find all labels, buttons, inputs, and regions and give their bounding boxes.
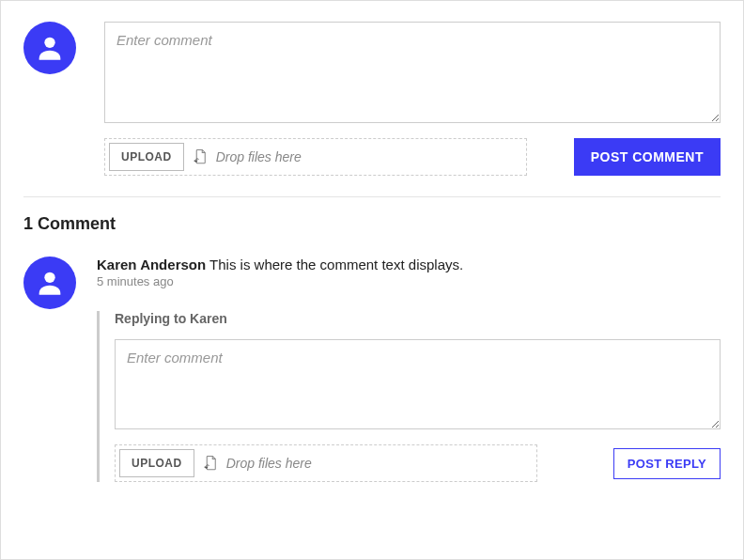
svg-point-0 [44,38,54,48]
comment-author: Karen Anderson [97,257,206,272]
upload-row: UPLOAD Drop files here POST COMMENT [104,138,721,176]
file-dropzone[interactable]: UPLOAD Drop files here [115,444,537,482]
file-drop-icon [192,148,209,165]
reply-block: Replying to Karen UPLOAD Drop files here [97,311,721,482]
comment-input[interactable] [104,22,721,123]
drop-hint: Drop files here [226,456,312,471]
new-comment-form: UPLOAD Drop files here POST COMMENT [104,22,721,176]
new-comment-row: UPLOAD Drop files here POST COMMENT [23,22,721,176]
user-icon [34,267,66,299]
post-comment-button[interactable]: POST COMMENT [574,138,721,176]
file-dropzone[interactable]: UPLOAD Drop files here [104,138,527,176]
comment-item: Karen Anderson This is where the comment… [23,257,721,482]
comment-timestamp: 5 minutes ago [97,274,721,288]
comment-text: This is where the comment text displays. [209,257,463,272]
divider [23,196,721,197]
comment-text-line: Karen Anderson This is where the comment… [97,257,721,272]
upload-button[interactable]: UPLOAD [109,143,184,171]
drop-hint: Drop files here [216,149,302,164]
post-reply-button[interactable]: POST REPLY [613,448,721,479]
comments-heading: 1 Comment [23,214,721,234]
upload-button[interactable]: UPLOAD [119,449,194,477]
comment-body: Karen Anderson This is where the comment… [97,257,721,482]
avatar [23,22,76,74]
avatar [23,257,76,309]
reply-upload-row: UPLOAD Drop files here POST REPLY [115,444,721,482]
user-icon [34,32,66,64]
reply-heading: Replying to Karen [115,311,721,326]
svg-point-1 [44,272,54,283]
file-drop-icon [202,455,219,472]
reply-input[interactable] [115,339,721,429]
comments-panel: UPLOAD Drop files here POST COMMENT 1 Co… [0,0,744,560]
